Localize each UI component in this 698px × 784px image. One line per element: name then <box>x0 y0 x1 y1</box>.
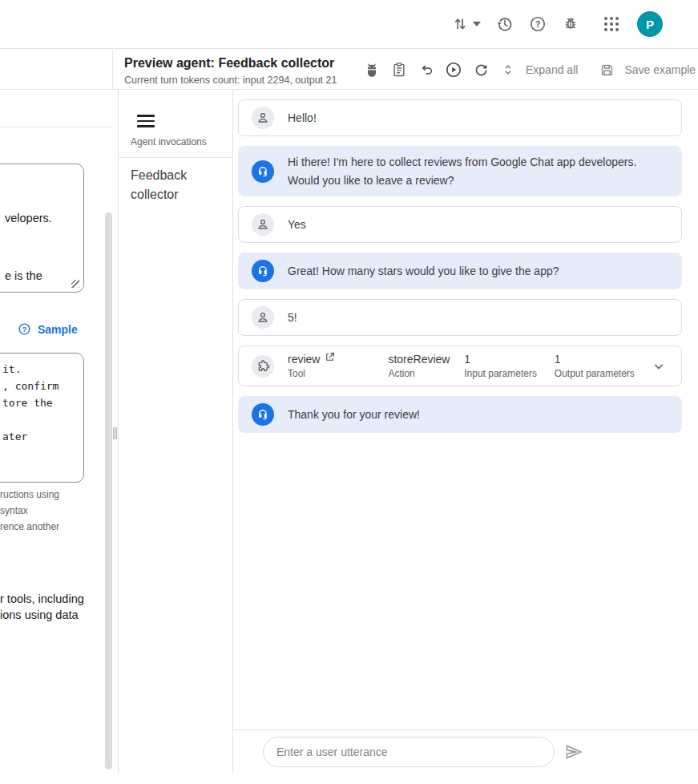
svg-text:?: ? <box>22 325 26 333</box>
run-button[interactable] <box>444 60 463 79</box>
token-count-status: Current turn tokens count: input 2294, o… <box>124 75 337 86</box>
clipboard-button[interactable] <box>389 60 409 79</box>
utterance-input-pill <box>263 737 555 767</box>
open-in-new-icon[interactable] <box>325 352 335 362</box>
sort-order-button[interactable] <box>451 14 480 34</box>
instructions-hint-text: ructions using syntax rence another <box>0 487 59 535</box>
tool-kind-label: Tool <box>288 367 388 380</box>
action-label: Action <box>388 367 464 380</box>
headset-icon <box>256 165 269 178</box>
apps-grid-button[interactable] <box>602 14 621 34</box>
avatar-initial: P <box>646 18 654 31</box>
user-avatar <box>252 107 274 129</box>
person-icon <box>256 310 270 325</box>
message-text: Thank you for your review! <box>288 406 420 424</box>
preview-header: Preview agent: Feedback collector Curren… <box>0 50 698 90</box>
agent-invocations-panel: Agent invocations Feedback collector <box>119 90 233 774</box>
account-avatar[interactable]: P <box>637 11 663 37</box>
left-panel-divider <box>0 127 112 127</box>
panel-resize-handle[interactable] <box>113 427 117 439</box>
agent-avatar <box>252 260 274 282</box>
sample-link-label: Sample <box>38 323 78 336</box>
output-params-count: 1 <box>555 352 650 366</box>
tool-avatar <box>252 355 274 378</box>
message-text: Great! How many stars would you like to … <box>288 262 559 281</box>
agent-invocations-label: Agent invocations <box>131 136 207 148</box>
app-window: ? P Preview agent: Feedback <box>0 0 698 784</box>
user-avatar <box>252 306 274 329</box>
user-message: Hello! <box>238 99 682 136</box>
top-app-bar: ? P <box>0 0 698 49</box>
left-panel-scrollbar[interactable] <box>105 212 112 770</box>
agent-avatar <box>252 160 274 183</box>
goal-textarea[interactable]: velopers. e is the <box>0 164 84 293</box>
agent-message: Great! How many stars would you like to … <box>238 253 682 289</box>
user-message: Yes <box>238 206 682 243</box>
input-params-count: 1 <box>464 352 555 366</box>
output-params-column: 1 Output parameters <box>555 352 650 380</box>
utterance-input[interactable] <box>276 746 541 758</box>
chat-preview-panel: Hello! Hi there! I'm here to collect rev… <box>233 90 698 774</box>
message-text: Yes <box>288 216 306 234</box>
undo-button[interactable] <box>417 60 436 79</box>
unfold-more-button[interactable] <box>498 60 518 79</box>
save-example-button[interactable]: Save example <box>624 63 696 76</box>
sample-link[interactable]: ? Sample <box>18 322 78 336</box>
refresh-button[interactable] <box>471 60 490 79</box>
svg-text:?: ? <box>535 19 541 29</box>
instructions-text: it. , confirm tore the ater <box>2 361 59 445</box>
nav-divider <box>119 157 233 158</box>
output-params-label: Output parameters <box>555 367 650 380</box>
tool-invocation-row: review Tool storeReview Action 1 <box>238 346 682 386</box>
help-button[interactable]: ? <box>528 14 547 34</box>
agent-message: Thank you for your review! <box>238 396 682 433</box>
message-text: 5! <box>288 309 297 327</box>
message-list: Hello! Hi there! I'm here to collect rev… <box>233 90 698 729</box>
headset-icon <box>256 408 269 421</box>
utterance-input-bar <box>233 729 698 774</box>
history-button[interactable] <box>495 14 514 34</box>
agent-avatar <box>252 403 274 426</box>
action-value: storeReview <box>388 352 464 366</box>
textarea-resize-grip[interactable] <box>71 280 79 288</box>
android-debug-button[interactable] <box>362 60 381 79</box>
message-text: Hello! <box>288 109 317 127</box>
expand-tool-details-button[interactable] <box>649 357 668 376</box>
message-text: Hi there! I'm here to collect reviews fr… <box>288 153 668 189</box>
tool-name: review <box>288 352 320 366</box>
puzzle-icon <box>256 359 270 373</box>
nav-item-feedback-collector[interactable]: Feedback collector <box>131 166 211 204</box>
tool-name-column: review Tool <box>288 352 388 380</box>
tools-description-text: r tools, including ions using data <box>0 591 84 623</box>
input-params-label: Input parameters <box>464 367 555 380</box>
instructions-textarea[interactable]: it. , confirm tore the ater <box>0 353 84 483</box>
headset-icon <box>256 265 269 277</box>
preview-title: Preview agent: Feedback collector <box>124 56 334 71</box>
swap-vertical-icon <box>451 15 469 33</box>
user-message: 5! <box>238 299 682 336</box>
debug-bug-button[interactable] <box>561 14 580 34</box>
save-example-icon[interactable] <box>597 60 616 79</box>
dropdown-caret-icon <box>473 22 481 26</box>
input-params-column: 1 Input parameters <box>464 352 555 380</box>
preview-toolbar: Expand all Save example <box>362 50 696 90</box>
action-column: storeReview Action <box>388 352 464 380</box>
expand-all-button[interactable]: Expand all <box>526 63 578 76</box>
goal-text: velopers. e is the <box>5 170 52 324</box>
agent-settings-panel: velopers. e is the ? Sample it. , confir… <box>0 90 119 774</box>
menu-icon[interactable] <box>137 115 155 127</box>
user-avatar <box>252 213 274 236</box>
person-icon <box>256 217 270 232</box>
agent-message: Hi there! I'm here to collect reviews fr… <box>238 146 682 196</box>
person-icon <box>256 111 270 125</box>
send-button[interactable] <box>563 741 585 763</box>
header-vertical-divider <box>112 50 113 90</box>
help-circle-icon: ? <box>18 322 31 336</box>
